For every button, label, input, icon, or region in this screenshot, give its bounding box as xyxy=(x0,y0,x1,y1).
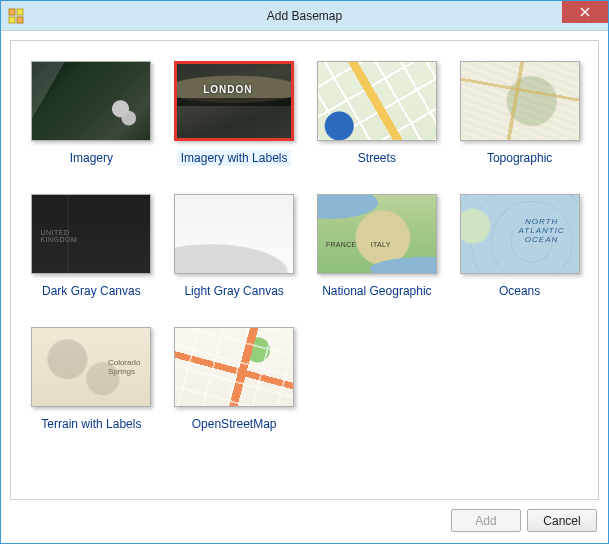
dialog-button-row: Add Cancel xyxy=(10,500,599,534)
basemap-label: Terrain with Labels xyxy=(37,416,145,432)
basemap-thumbnail xyxy=(174,61,294,141)
dialog-body: ImageryImagery with LabelsStreetsTopogra… xyxy=(1,31,608,543)
title-bar: Add Basemap xyxy=(1,1,608,31)
basemap-label: Imagery with Labels xyxy=(177,150,292,166)
basemap-item[interactable]: National Geographic xyxy=(311,192,444,301)
basemap-label: Dark Gray Canvas xyxy=(38,283,145,299)
basemap-thumbnail xyxy=(31,327,151,407)
svg-rect-1 xyxy=(17,9,23,15)
basemap-thumbnail xyxy=(460,61,580,141)
basemap-label: National Geographic xyxy=(318,283,435,299)
basemap-label: Topographic xyxy=(483,150,556,166)
basemap-item[interactable]: Imagery xyxy=(25,59,158,168)
close-icon xyxy=(580,7,590,17)
basemap-thumbnail xyxy=(317,61,437,141)
svg-rect-0 xyxy=(9,9,15,15)
basemap-label: OpenStreetMap xyxy=(188,416,281,432)
basemap-label: Imagery xyxy=(66,150,117,166)
basemap-label: Light Gray Canvas xyxy=(180,283,287,299)
svg-rect-3 xyxy=(17,17,23,23)
app-icon xyxy=(8,8,24,24)
basemap-thumbnail xyxy=(317,194,437,274)
basemap-thumbnail xyxy=(460,194,580,274)
basemap-thumbnail xyxy=(31,194,151,274)
basemap-item[interactable]: Terrain with Labels xyxy=(25,325,158,434)
basemap-item[interactable]: Dark Gray Canvas xyxy=(25,192,158,301)
basemap-label: Oceans xyxy=(495,283,544,299)
basemap-item[interactable]: Imagery with Labels xyxy=(168,59,301,168)
basemap-item[interactable]: Topographic xyxy=(453,59,586,168)
basemap-thumbnail xyxy=(31,61,151,141)
add-button[interactable]: Add xyxy=(451,509,521,532)
basemap-thumbnail xyxy=(174,327,294,407)
window-title: Add Basemap xyxy=(1,9,608,23)
basemap-item[interactable]: Light Gray Canvas xyxy=(168,192,301,301)
close-button[interactable] xyxy=(562,1,608,23)
basemap-item[interactable]: OpenStreetMap xyxy=(168,325,301,434)
basemap-thumbnail xyxy=(174,194,294,274)
svg-rect-2 xyxy=(9,17,15,23)
cancel-button[interactable]: Cancel xyxy=(527,509,597,532)
basemap-item[interactable]: Oceans xyxy=(453,192,586,301)
basemap-item[interactable]: Streets xyxy=(311,59,444,168)
basemap-label: Streets xyxy=(354,150,400,166)
basemap-gallery: ImageryImagery with LabelsStreetsTopogra… xyxy=(10,40,599,500)
